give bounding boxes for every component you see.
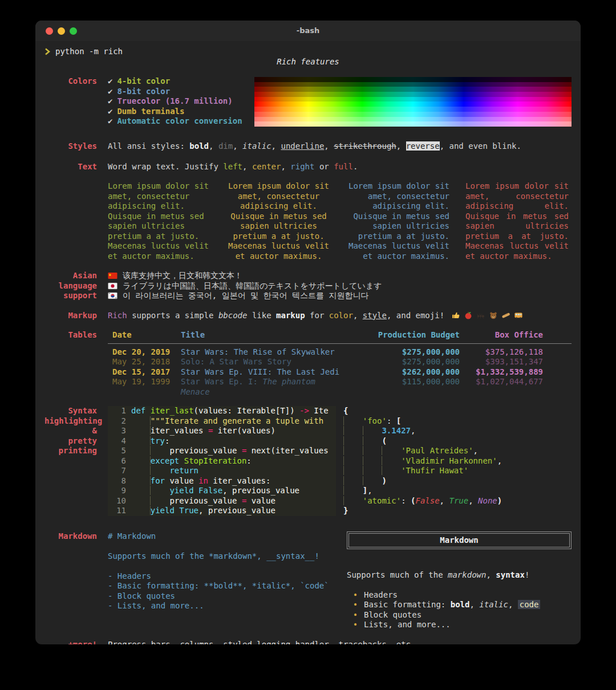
pretty-line: ], [343,486,572,496]
cell-budget: $275,000,000 [346,357,460,367]
code-text: yield False, previous_value [131,486,336,496]
cell-budget: $275,000,000 [346,347,460,358]
text-segment: , [508,600,518,609]
terminal-content[interactable]: python -m rich Rich features Colors ✔4-b… [35,47,581,644]
text-segment: ) [497,496,502,505]
command-text: python -m rich [55,47,123,57]
text-segment: : [165,436,169,445]
code-line: 9 yield False, previous_value [108,486,336,496]
text-segment: 'Paul Atreides' [401,446,473,455]
text-segment: 'foo' [363,416,387,425]
bullet-icon: • [347,590,364,600]
markdown-source-line [108,561,336,571]
bus-emoji [514,311,523,320]
text-segment: , [468,496,478,505]
cell-date: May 25, 2018 [108,357,181,367]
text-segment: Basic formatting: [364,600,451,609]
text-segment: def [131,406,145,415]
section-syntax: Syntax highlighting & pretty printing 1d… [44,406,572,516]
text-segment: , previous_value [222,486,299,495]
color-item-label: Truecolor (16.7 million) [117,96,232,107]
text-segment: previous_value [169,496,241,505]
markdown-heading-panel: Markdown [347,531,572,550]
text-segment [131,446,151,455]
asian-line-japanese: ライブラリは中国語、日本語、韓国語のテキストをサポートしています [108,281,572,291]
text-segment [131,486,151,495]
text-segment [363,436,382,445]
code-line: 7 return [108,466,336,476]
text-segment: underline [281,141,324,151]
close-button[interactable] [46,27,53,35]
text-segment [194,486,198,495]
lorem-center-justified: Lorem ipsum dolor sit amet, consectetur … [227,181,330,261]
section-label-text: Text [44,162,97,172]
text-segment [382,466,401,475]
titlebar[interactable]: -bash [35,21,581,41]
text-segment: bold [451,600,470,609]
markdown-source-line: Supports much of the *markdown*, __synta… [108,551,336,562]
prompt-arrow-icon [44,48,50,55]
text-segment: """Iterate and generate a tuple with [151,416,323,425]
text-segment: None [478,496,497,505]
text-segment: 'atomic' [363,496,401,505]
table-row: May 19, 1999 Star Wars Ep. I: The phanto… [108,377,572,397]
pretty-line: 'Thufir Hawat' [343,466,572,476]
line-number: 10 [108,496,131,506]
code-text: except StopIteration: [131,456,336,466]
list-item: •Block quotes [347,610,572,620]
section-label-colors: Colors [44,76,97,87]
text-segment: like [247,311,276,320]
terminal-window: -bash python -m rich Rich features Color… [35,21,581,644]
list-item: ✔8-bit color [108,87,242,97]
markup-demo-line: Rich supports a simple bbcode like marku… [108,311,449,321]
text-segment: supports a simple [127,311,218,320]
text-segment: 'Vladimir Harkonnen' [401,456,497,465]
text-segment: , [411,426,415,435]
markdown-source-line: - Lists, and more... [108,601,336,611]
text-segment: , [497,456,502,465]
text-segment [131,476,151,485]
text-segment: ] [363,486,367,495]
markdown-paragraph: Supports much of the markdown, syntax! [347,570,572,581]
text-segment: -> [299,406,309,415]
text-segment: iter_last [151,406,194,415]
traffic-lights [46,21,77,41]
color-item-label: Dumb terminals [117,107,184,117]
movies-table: Date Title Production Budget Box Office … [108,330,572,397]
text-segment: color [329,311,353,320]
section-label-markdown: Markdown [44,531,97,542]
pretty-line: { [343,406,572,416]
text-segment: try [151,436,165,445]
code-line: 10 previous_value = value [108,496,336,506]
text-segment: right [290,162,314,171]
code-line: 8 for value in iter_values: [108,476,336,486]
table-row: Dec 20, 2019 Star Wars: The Rise of Skyw… [108,347,572,358]
markdown-source-line: - Block quotes [108,591,336,602]
cell-date: May 19, 1999 [108,377,181,397]
check-icon: ✔ [108,76,112,87]
text-segment: , [324,141,334,151]
bullet-icon: • [347,610,364,620]
text-segment: markup [276,311,305,320]
text-segment [151,486,170,495]
check-icon: ✔ [108,107,112,117]
text-segment [131,496,151,505]
pretty-line: 'foo': [ [343,416,572,427]
minimize-button[interactable] [58,27,65,35]
cell-box-office: $375,126,118 [460,347,572,358]
text-segment: blink [492,141,516,151]
text-segment: yield [151,506,175,515]
line-number: 8 [108,476,131,486]
code-line: 5 previous_value = next(iter_values [108,446,336,456]
text-segment: Ite [309,406,329,415]
text-segment: . [517,141,521,151]
zoom-button[interactable] [70,27,77,35]
text-segment: { [343,406,348,415]
bear-emoji [489,311,498,320]
pretty-line: 'Vladimir Harkonnen', [343,456,572,466]
cell-title: Solo: A Star Wars Story [181,357,346,367]
asian-text: 이 라이브러리는 중국어, 일본어 및 한국어 텍스트를 지원합니다 [123,291,368,301]
lorem-left-justified: Lorem ipsum dolor sit amet, consectetur … [108,181,211,261]
cell-budget: $262,000,000 [346,367,460,378]
text-segment: Headers [364,590,398,599]
